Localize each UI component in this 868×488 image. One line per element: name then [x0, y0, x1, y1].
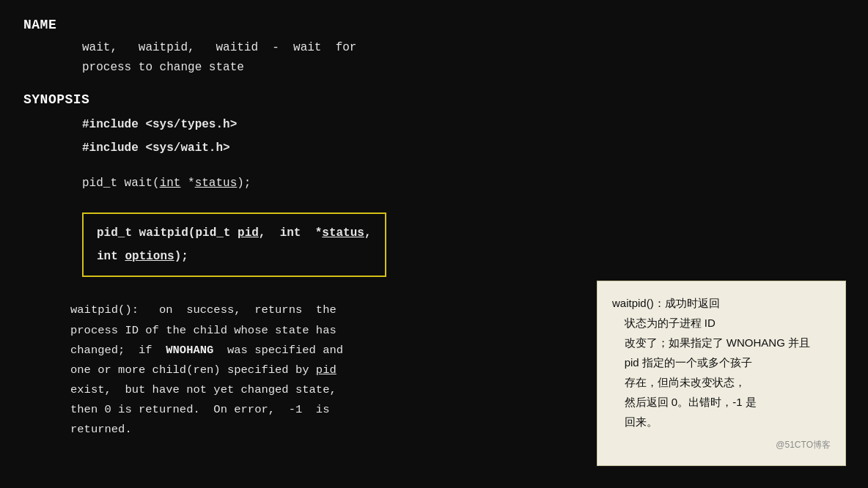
waitpid-sig-line1: pid_t waitpid(pid_t pid, int *status,: [97, 221, 372, 245]
include-line-1: #include <sys/types.h>: [82, 113, 845, 136]
desc-line-4: one or more child(ren) specified by pid: [70, 361, 522, 380]
name-section: NAME wait, waitpid, waitid - wait for pr…: [23, 18, 845, 78]
tooltip-line-1: waitpid()：成功时返回: [612, 293, 831, 313]
desc-pid-link: pid: [316, 363, 336, 377]
tooltip-line-4: pid 指定的一个或多个孩子: [612, 352, 831, 372]
name-content: wait, waitpid, waitid - wait for process…: [23, 38, 845, 78]
desc-line-3: changed; if WNOHANG was specified and: [70, 341, 522, 361]
waitpid-status-param: status: [322, 226, 364, 240]
tooltip-watermark: @51CTO博客: [612, 437, 831, 454]
desc-line-5: exist, but have not yet changed state,: [70, 380, 522, 400]
name-line-2: process to change state: [82, 58, 845, 78]
tooltip-line-7: 回来。: [612, 412, 831, 432]
int-keyword: int: [280, 226, 301, 240]
waitpid-options-param: options: [125, 250, 174, 263]
synopsis-section: SYNOPSIS #include <sys/types.h> #include…: [23, 92, 845, 283]
waitpid-sig-line2: int options);: [97, 245, 372, 268]
desc-line-1: waitpid(): on success, returns the: [70, 300, 522, 320]
int-keyword-2: int: [97, 250, 118, 263]
tooltip-line-3: 改变了；如果指定了 WNOHANG 并且: [612, 333, 831, 352]
wait-int-keyword: int: [160, 177, 181, 190]
description-content: waitpid(): on success, returns the proce…: [23, 300, 522, 440]
name-line-1: wait, waitpid, waitid - wait for: [82, 38, 845, 58]
desc-line-6: then 0 is returned. On error, -1 is: [70, 400, 522, 420]
desc-line-7: returned.: [70, 420, 522, 440]
synopsis-content: #include <sys/types.h> #include <sys/wai…: [23, 113, 845, 283]
waitpid-pid-param: pid: [238, 226, 259, 240]
include-line-2: #include <sys/wait.h>: [82, 136, 845, 160]
waitpid-highlight-box: pid_t waitpid(pid_t pid, int *status, in…: [82, 212, 386, 277]
tooltip-box: waitpid()：成功时返回 状态为的子进程 ID 改变了；如果指定了 WNO…: [597, 281, 846, 466]
tooltip-line-5: 存在，但尚未改变状态，: [612, 372, 831, 392]
wait-status-param: status: [195, 177, 238, 190]
wait-signature: pid_t wait(int *status);: [82, 171, 845, 195]
desc-line-2: process ID of the child whose state has: [70, 321, 522, 341]
tooltip-line-6: 然后返回 0。出错时，-1 是: [612, 392, 831, 412]
synopsis-heading: SYNOPSIS: [23, 92, 845, 107]
tooltip-line-2: 状态为的子进程 ID: [612, 313, 831, 333]
wnohang-keyword: WNOHANG: [166, 344, 213, 357]
name-heading: NAME: [23, 18, 845, 32]
